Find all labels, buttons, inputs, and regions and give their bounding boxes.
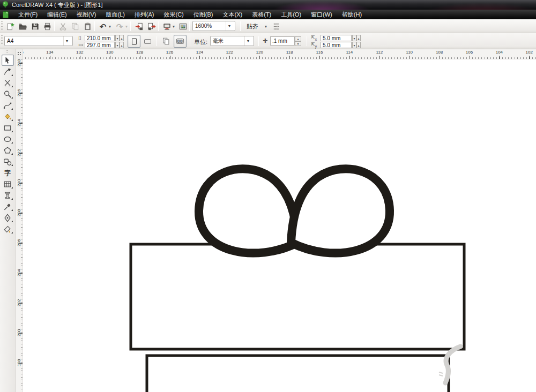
duplicate-y-spinner[interactable]: ▾▴ [352, 42, 361, 48]
ribbon-tail-sketch[interactable] [445, 346, 460, 383]
paper-size-select[interactable]: A4 ▼ [4, 36, 73, 46]
export-button[interactable] [145, 20, 157, 32]
redo-dropdown-arrow[interactable]: ▼ [124, 25, 129, 29]
menu-item-5[interactable]: 效果(C) [159, 10, 189, 20]
smart-fill-tool[interactable] [2, 111, 14, 122]
duplicate-y-icon: ⇱y [311, 42, 317, 49]
coreldraw-balloon-icon [2, 1, 9, 9]
coreldraw-window: CorelDRAW X4 ( 专业版 ) - [图形1] 文件(F)编辑(E)视… [0, 0, 536, 392]
rectangle-tool[interactable] [2, 122, 14, 133]
snap-settings-button[interactable] [270, 20, 282, 32]
paper-height-spinner[interactable]: ▾▴ [115, 42, 124, 48]
cut-button[interactable] [57, 20, 69, 32]
application-launcher-button[interactable] [161, 20, 173, 32]
menu-item-8[interactable]: 表格(T) [247, 10, 276, 20]
polygon-tool[interactable] [2, 145, 14, 156]
bow-right-loop[interactable] [291, 169, 390, 253]
menu-item-0[interactable]: 文件(F) [13, 10, 42, 20]
undo-dropdown-arrow[interactable]: ▼ [108, 25, 112, 29]
eyedropper-tool[interactable] [2, 201, 14, 212]
snap-button[interactable]: 贴齐 [243, 20, 262, 32]
flyout-arrow-icon [11, 187, 13, 189]
duplicate-x-field[interactable]: 5.0 mm [321, 35, 352, 41]
paper-width-field[interactable]: 210.0 mm [85, 35, 115, 41]
welcome-screen-button[interactable] [177, 20, 189, 32]
drawing-canvas[interactable] [23, 59, 536, 392]
snap-label: 贴齐 [247, 22, 258, 31]
ellipse-tool[interactable] [2, 133, 14, 145]
undo-button[interactable]: ↶ [97, 20, 109, 32]
document-menu-icon[interactable] [2, 11, 9, 18]
flyout-arrow-icon [11, 131, 13, 132]
pick-tool[interactable] [2, 55, 14, 66]
fill-tool[interactable] [2, 223, 14, 235]
gift-lid-rectangle[interactable] [131, 244, 464, 349]
basic-shapes-tool[interactable] [2, 156, 14, 167]
ruler-origin-icon [18, 52, 21, 56]
chevron-down-icon: ▼ [244, 36, 251, 46]
menu-item-1[interactable]: 编辑(E) [42, 10, 72, 20]
hruler-label: 112 [376, 50, 383, 55]
zoom-level-combo[interactable]: 1600%▼ [192, 21, 235, 31]
paste-button[interactable] [81, 20, 93, 32]
toolbox-drag-handle[interactable] [6, 50, 8, 54]
duplicate-x-icon: ⇱x [311, 35, 317, 42]
flyout-arrow-icon [11, 221, 13, 222]
interactive-blend-tool[interactable] [2, 190, 14, 201]
print-button[interactable] [41, 20, 53, 32]
import-button[interactable] [133, 20, 145, 32]
application-launcher-arrow[interactable]: ▼ [172, 25, 176, 29]
duplicate-y-field[interactable]: 5.0 mm [321, 42, 352, 48]
window-title: CorelDRAW X4 ( 专业版 ) - [图形1] [12, 1, 103, 9]
menu-item-10[interactable]: 窗口(W) [306, 10, 337, 20]
toolbar-drag-handle[interactable] [1, 21, 3, 31]
ruler-origin-corner[interactable] [16, 49, 23, 59]
hruler-label: 104 [496, 50, 503, 55]
text-tool[interactable]: 字 [2, 167, 14, 178]
landscape-orientation-button[interactable] [141, 35, 154, 48]
new-document-button[interactable] [4, 20, 16, 32]
open-button[interactable] [17, 20, 28, 32]
copy-button[interactable] [69, 20, 81, 32]
all-pages-layout-button[interactable] [160, 35, 173, 48]
menu-item-2[interactable]: 视图(V) [72, 10, 101, 20]
pick-tool-icon [3, 56, 12, 65]
menu-item-11[interactable]: 帮助(H) [337, 10, 367, 20]
menu-item-6[interactable]: 位图(B) [189, 10, 218, 20]
outline-pen-tool[interactable] [2, 212, 14, 223]
duplicate-x-spinner[interactable]: ▾▴ [352, 35, 361, 41]
units-select[interactable]: 毫米 ▼ [210, 36, 254, 46]
snap-dropdown-arrow[interactable]: ▼ [264, 25, 268, 29]
menu-item-4[interactable]: 排列(A) [130, 10, 159, 20]
paper-height-field[interactable]: 297.0 mm [85, 42, 115, 48]
bow-left-loop[interactable] [199, 169, 297, 253]
zoom-tool[interactable] [2, 88, 14, 100]
gift-box-rectangle[interactable] [147, 356, 449, 392]
shape-tool[interactable] [2, 66, 14, 77]
title-bar[interactable]: CorelDRAW X4 ( 专业版 ) - [图形1] [0, 0, 536, 10]
paper-width-spinner[interactable]: ▾▴ [115, 35, 124, 41]
crop-tool[interactable] [2, 77, 14, 88]
freehand-tool[interactable] [2, 100, 14, 111]
menu-item-9[interactable]: 工具(O) [276, 10, 306, 20]
nudge-spinner[interactable]: ▴▾ [295, 36, 301, 46]
hruler-label: 120 [256, 50, 263, 55]
propbar-drag-handle[interactable] [1, 35, 3, 45]
toolbar-separator [158, 21, 159, 31]
undo-icon: ↶ [100, 22, 107, 31]
nudge-offset-field[interactable]: .1 mm [270, 36, 295, 46]
hruler-label: 110 [406, 50, 413, 55]
text-tool-glyph: 字 [4, 170, 11, 176]
menu-item-7[interactable]: 文本(X) [218, 10, 247, 20]
paper-width-icon: ▯ [78, 35, 81, 41]
current-page-layout-button[interactable] [174, 35, 187, 48]
table-tool[interactable] [2, 178, 14, 190]
flyout-arrow-icon [11, 119, 13, 121]
redo-button[interactable]: ↷ [114, 20, 125, 32]
redo-icon: ↷ [116, 22, 123, 31]
toolbar-separator [54, 21, 55, 31]
toolbar-separator [130, 21, 131, 31]
menu-item-3[interactable]: 版面(L) [101, 10, 129, 20]
save-button[interactable] [29, 20, 41, 32]
portrait-orientation-button[interactable] [128, 35, 140, 48]
